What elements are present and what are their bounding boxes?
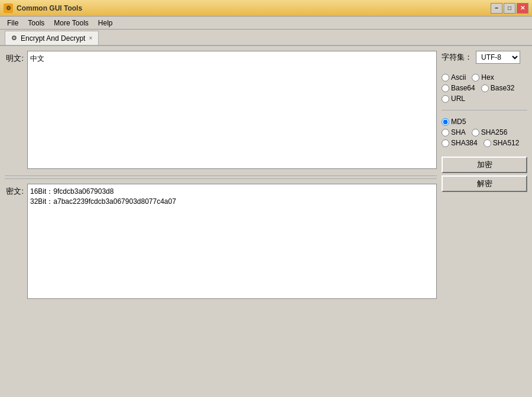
menu-file[interactable]: File — [2, 18, 23, 28]
left-panel: 明文: 中文 密文: 16Bit：9fcdcb3a067903d8 32Bit：… — [5, 51, 437, 392]
encoding-base64-label: Base64 — [451, 84, 475, 92]
plaintext-label: 明文: — [5, 51, 24, 64]
tab-bar: ⚙ Encrypt And Decrypt × — [0, 30, 532, 46]
ciphertext-textarea[interactable]: 16Bit：9fcdcb3a067903d8 32Bit：a7bac2239fc… — [27, 184, 437, 299]
encoding-hex-label: Hex — [481, 73, 494, 82]
encoding-hex[interactable]: Hex — [472, 73, 494, 82]
encoding-ascii-label: Ascii — [451, 73, 466, 82]
algo-md5[interactable]: MD5 — [442, 118, 466, 126]
main-content: 明文: 中文 密文: 16Bit：9fcdcb3a067903d8 32Bit：… — [0, 46, 532, 397]
encoding-base32[interactable]: Base32 — [481, 84, 515, 92]
menu-bar: File Tools More Tools Help — [0, 17, 532, 30]
encoding-group: Ascii Hex Base64 Base32 — [442, 73, 527, 103]
tab-encrypt-decrypt[interactable]: ⚙ Encrypt And Decrypt × — [5, 31, 99, 45]
maximize-button[interactable]: □ — [504, 3, 515, 14]
encoding-url[interactable]: URL — [442, 95, 465, 103]
encoding-url-label: URL — [451, 95, 465, 103]
algo-row-3: SHA384 SHA512 — [442, 139, 527, 147]
title-bar-left: ⚙ Common GUI Tools — [4, 4, 82, 13]
encoding-ascii[interactable]: Ascii — [442, 73, 466, 82]
algorithm-group: MD5 SHA SHA256 SHA384 — [442, 118, 527, 147]
ciphertext-section: 密文: 16Bit：9fcdcb3a067903d8 32Bit：a7bac22… — [5, 184, 437, 301]
algo-sha256-label: SHA256 — [481, 128, 508, 136]
menu-more-tools[interactable]: More Tools — [49, 18, 93, 28]
encoding-row-3: URL — [442, 95, 527, 103]
close-button[interactable]: ✕ — [517, 3, 528, 14]
tab-close-button[interactable]: × — [89, 35, 92, 41]
algo-sha384[interactable]: SHA384 — [442, 139, 478, 147]
title-bar: ⚙ Common GUI Tools – □ ✕ — [0, 0, 532, 17]
plaintext-wrapper: 中文 — [27, 51, 437, 171]
encoding-base32-label: Base32 — [491, 84, 515, 92]
tab-label: Encrypt And Decrypt — [21, 34, 85, 43]
encrypt-button[interactable]: 加密 — [442, 157, 527, 173]
app-icon: ⚙ — [4, 4, 13, 13]
ciphertext-label: 密文: — [5, 184, 24, 197]
charset-label: 字符集： — [442, 52, 472, 63]
section-separator — [5, 175, 437, 179]
encoding-row-1: Ascii Hex — [442, 73, 527, 82]
action-buttons: 加密 解密 — [442, 157, 527, 192]
menu-help[interactable]: Help — [93, 18, 118, 28]
algo-sha[interactable]: SHA — [442, 128, 466, 136]
plaintext-section: 明文: 中文 — [5, 51, 437, 171]
algo-row-1: MD5 — [442, 118, 527, 126]
encoding-row-2: Base64 Base32 — [442, 84, 527, 92]
algo-sha384-label: SHA384 — [451, 139, 478, 147]
algo-sha512-label: SHA512 — [493, 139, 520, 147]
charset-row: 字符集： UTF-8 GBK ISO-8859-1 ASCII — [442, 51, 527, 64]
plaintext-textarea[interactable]: 中文 — [27, 51, 437, 169]
window-controls: – □ ✕ — [491, 3, 528, 14]
algo-sha256[interactable]: SHA256 — [472, 128, 508, 136]
decrypt-button[interactable]: 解密 — [442, 175, 527, 192]
app-title: Common GUI Tools — [17, 4, 82, 12]
menu-tools[interactable]: Tools — [23, 18, 49, 28]
ciphertext-wrapper: 16Bit：9fcdcb3a067903d8 32Bit：a7bac2239fc… — [27, 184, 437, 301]
right-panel: 字符集： UTF-8 GBK ISO-8859-1 ASCII Ascii He… — [442, 51, 527, 392]
tab-icon: ⚙ — [11, 34, 17, 42]
algo-row-2: SHA SHA256 — [442, 128, 527, 136]
charset-select[interactable]: UTF-8 GBK ISO-8859-1 ASCII — [476, 51, 520, 64]
algo-sha-label: SHA — [451, 128, 466, 136]
algo-md5-label: MD5 — [451, 118, 466, 126]
divider-1 — [442, 110, 527, 110]
algo-sha512[interactable]: SHA512 — [484, 139, 520, 147]
encoding-base64[interactable]: Base64 — [442, 84, 475, 92]
minimize-button[interactable]: – — [491, 3, 502, 14]
